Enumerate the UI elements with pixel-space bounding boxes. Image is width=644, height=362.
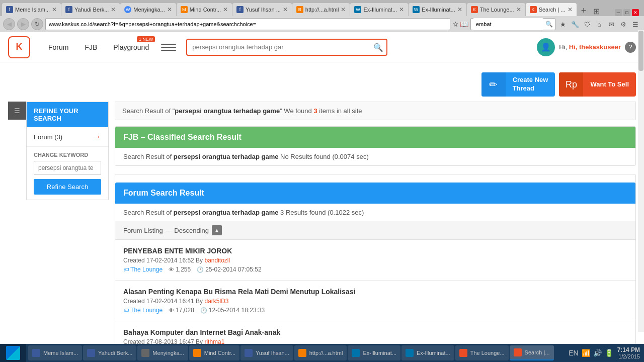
taskbar-item-5[interactable]: Yusuf Ihsan... — [240, 345, 293, 360]
sidebar: ☰ REFINE YOUR SEARCH Forum (3) → CHANGE … — [8, 102, 109, 362]
taskbar-item-1[interactable]: Meme Islam... — [28, 345, 82, 360]
tab-label-3: Menyingka... — [133, 7, 165, 13]
clock-date: 1/2/2015 — [617, 353, 640, 359]
settings-icon[interactable]: ⚙ — [618, 19, 629, 30]
ham-line-3 — [161, 50, 176, 51]
change-keyword-section: CHANGE KEYWORD Refine Search — [27, 147, 108, 200]
taskbar-icon-3 — [141, 349, 149, 357]
nav-forum[interactable]: Forum — [40, 32, 76, 62]
tab-search[interactable]: K Search | ... ✕ — [526, 3, 577, 16]
tab-yusuf[interactable]: f Yusuf Ihsan ... ✕ — [232, 3, 292, 16]
address-input[interactable] — [45, 18, 450, 30]
safety-icon[interactable]: 🛡 — [582, 19, 593, 30]
bookmark-button[interactable]: ☆ — [452, 20, 459, 28]
create-thread-button[interactable]: ✏ Create NewThread — [481, 72, 555, 97]
taskbar-item-3[interactable]: Menyingka... — [137, 345, 188, 360]
change-keyword-label: CHANGE KEYWORD — [34, 152, 101, 158]
tab-close-5[interactable]: ✕ — [283, 6, 288, 13]
taskbar-icon-4 — [193, 349, 201, 357]
refine-header: REFINE YOUR SEARCH — [27, 102, 108, 127]
minimize-button[interactable]: ─ — [615, 9, 622, 16]
result-summary: Search Result of "persepsi orangtua terh… — [115, 102, 636, 120]
tab-html[interactable]: B http://...a.html ✕ — [292, 3, 350, 16]
mail-icon[interactable]: ✉ — [606, 19, 617, 30]
result-author-1[interactable]: banditozll — [204, 257, 230, 264]
tab-lounge[interactable]: K The Lounge... ✕ — [467, 3, 525, 16]
tab-close-4[interactable]: ✕ — [223, 6, 228, 13]
tab-close-7[interactable]: ✕ — [399, 6, 404, 13]
new-tab-button[interactable]: + — [577, 6, 591, 16]
tools-icon[interactable]: 🔧 — [570, 19, 581, 30]
result-tag-2[interactable]: The Lounge — [123, 307, 163, 314]
taskbar-icon-6 — [298, 349, 306, 357]
result-title-3[interactable]: Bahaya Komputer dan Internet Bagi Anak-a… — [123, 328, 627, 336]
taskbar-item-2[interactable]: Yahudi Berk... — [83, 345, 136, 360]
tab-ex2[interactable]: W Ex-Illuminat... ✕ — [409, 3, 466, 16]
tab-close-9[interactable]: ✕ — [516, 6, 521, 13]
sidebar-toggle[interactable]: ☰ — [8, 102, 26, 120]
sound-icon[interactable]: 🔊 — [593, 349, 602, 357]
back-button[interactable]: ◀ — [3, 18, 15, 30]
forward-button[interactable]: ▶ — [17, 18, 29, 30]
network-icon[interactable]: 📶 — [582, 349, 590, 357]
result-tags-2: The Lounge 17,028 12-05-2014 18:23:33 — [123, 307, 627, 314]
hamburger-menu[interactable] — [161, 40, 176, 55]
tab-yahudi[interactable]: f Yahudi Berk... ✕ — [61, 3, 120, 16]
taskbar-item-7[interactable]: Ex-Illuminat... — [348, 345, 400, 360]
refine-search-button[interactable]: Refine Search — [34, 179, 101, 195]
tab-favicon-2: f — [65, 6, 72, 13]
header-search-input[interactable] — [186, 39, 387, 56]
reload-button[interactable]: ↻ — [31, 18, 43, 30]
tab-close-6[interactable]: ✕ — [341, 6, 346, 13]
header-right: 👤 Hi, Hi, thekaskuseer ? — [537, 38, 636, 56]
tab-list-button[interactable]: ⊞ — [590, 7, 603, 16]
tab-label-9: The Lounge... — [480, 7, 514, 13]
result-tag-1[interactable]: The Lounge — [123, 266, 163, 273]
kaskus-logo[interactable]: K — [8, 36, 30, 58]
help-icon[interactable]: ? — [625, 42, 636, 53]
taskbar-item-9[interactable]: The Lounge... — [455, 345, 509, 360]
taskbar-item-10[interactable]: Search |... — [510, 345, 554, 360]
scrollbar-thumb[interactable] — [638, 31, 643, 71]
forum-filter[interactable]: Forum (3) → — [27, 127, 108, 147]
nav-fjb[interactable]: FJB — [76, 32, 105, 62]
result-meta-2: Created 17-02-2014 16:41 By dark5lD3 — [123, 298, 627, 305]
tab-close-3[interactable]: ✕ — [167, 6, 172, 13]
tab-close-1[interactable]: ✕ — [52, 6, 57, 13]
keyword-input[interactable] — [34, 161, 101, 175]
want-to-sell-button[interactable]: Rp Want To Sell — [559, 72, 636, 97]
want-to-sell-icon: Rp — [559, 72, 583, 97]
menu-icon[interactable]: ☰ — [630, 19, 641, 30]
tab-close-10[interactable]: ✕ — [568, 6, 573, 13]
result-title-1[interactable]: PENYEBAB ENTE MIKIR JOROK — [123, 247, 627, 255]
home-icon[interactable]: ⌂ — [594, 19, 605, 30]
header-search: 🔍 — [186, 39, 387, 56]
sort-icon[interactable]: ▲ — [212, 225, 222, 235]
taskbar-item-8[interactable]: Ex-Illuminat... — [401, 345, 454, 360]
tab-mind-contr[interactable]: M Mind Contr... ✕ — [177, 3, 232, 16]
tab-close-8[interactable]: ✕ — [457, 6, 462, 13]
taskbar-icon-9 — [459, 349, 467, 357]
favorites-icon[interactable]: ★ — [557, 19, 569, 30]
taskbar-label-4: Mind Contr... — [204, 350, 235, 356]
close-window-button[interactable]: ✕ — [632, 9, 639, 16]
tab-favicon-5: f — [236, 6, 244, 13]
restore-button[interactable]: □ — [623, 9, 630, 16]
logo-text: K — [16, 42, 23, 52]
taskbar-item-6[interactable]: http://...a.html — [294, 345, 347, 360]
reader-mode-button[interactable]: 📖 — [460, 20, 468, 28]
scrollbar[interactable] — [638, 30, 644, 332]
result-count: 3 — [313, 107, 317, 115]
result-title-2[interactable]: Alasan Penting Kenapa Bu Risma Rela Mati… — [123, 288, 627, 296]
tab-close-2[interactable]: ✕ — [111, 6, 116, 13]
browser-search-input[interactable] — [473, 18, 543, 30]
result-author-2[interactable]: dark5lD3 — [204, 298, 228, 305]
header-search-button[interactable]: 🔍 — [373, 42, 383, 52]
taskbar-item-4[interactable]: Mind Contr... — [189, 345, 239, 360]
tab-meme-islam[interactable]: f Meme Islam... ✕ — [2, 3, 61, 16]
nav-playground[interactable]: Playground 1 NEW — [105, 32, 157, 62]
tab-ex1[interactable]: W Ex-Illuminat... ✕ — [350, 3, 408, 16]
tab-bar: f Meme Islam... ✕ f Yahudi Berk... ✕ W M… — [0, 0, 644, 16]
tab-menyingka[interactable]: W Menyingka... ✕ — [120, 3, 176, 16]
start-button[interactable] — [0, 344, 26, 362]
